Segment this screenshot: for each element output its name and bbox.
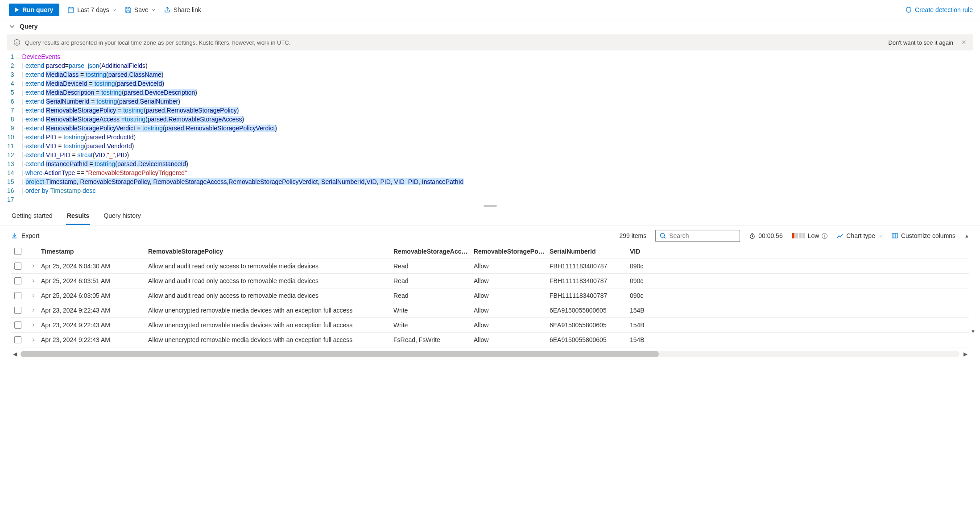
svg-rect-0 [68, 8, 74, 13]
cell-policy: Allow unencrypted removable media device… [148, 321, 393, 329]
table-row[interactable]: Apr 23, 2024 9:22:43 AM Allow unencrypte… [11, 318, 969, 333]
cell-policy: Allow and audit read only access to remo… [148, 263, 393, 270]
query-editor[interactable]: 1234567891011121314151617 DeviceEvents|·… [0, 50, 980, 204]
cell-serial: 6EA9150055800605 [550, 336, 630, 343]
customize-columns-button[interactable]: Customize columns [891, 232, 955, 239]
col-timestamp[interactable]: Timestamp [41, 248, 148, 255]
result-count: 299 items [619, 232, 646, 239]
cell-vid: 154B [630, 321, 674, 329]
code-area[interactable]: DeviceEvents|·extend·parsed=parse_json(A… [22, 52, 464, 204]
row-checkbox[interactable] [14, 292, 21, 299]
expand-row-icon[interactable] [26, 338, 41, 342]
export-button[interactable]: Export [11, 232, 39, 239]
scroll-track[interactable] [21, 351, 959, 357]
cell-access: FsRead, FsWrite [393, 336, 474, 343]
cell-timestamp: Apr 23, 2024 9:22:43 AM [41, 321, 148, 329]
info-text: Query results are presented in your loca… [25, 39, 290, 46]
line-gutter: 1234567891011121314151617 [7, 52, 22, 204]
col-access[interactable]: RemovableStorageAccess [393, 248, 474, 255]
table-row[interactable]: Apr 23, 2024 9:22:43 AM Allow unencrypte… [11, 333, 969, 347]
cell-timestamp: Apr 23, 2024 9:22:43 AM [41, 307, 148, 314]
scroll-down-icon[interactable]: ▼ [971, 329, 976, 334]
cell-policy: Allow and audit read only access to remo… [148, 292, 393, 299]
table-row[interactable]: Apr 25, 2024 6:04:30 AM Allow and audit … [11, 259, 969, 274]
row-checkbox[interactable] [14, 277, 21, 284]
cell-verdict: Allow [474, 292, 550, 299]
scroll-left-icon[interactable]: ◀ [11, 351, 19, 357]
cell-verdict: Allow [474, 307, 550, 314]
download-icon [11, 232, 18, 239]
dismiss-info-link[interactable]: Don't want to see it again [888, 39, 953, 46]
expand-row-icon[interactable] [26, 293, 41, 298]
results-table: Timestamp RemovableStoragePolicy Removab… [0, 244, 980, 347]
col-policy[interactable]: RemovableStoragePolicy [148, 248, 393, 255]
timer-icon [749, 233, 756, 239]
expand-row-icon[interactable] [26, 279, 41, 283]
cell-verdict: Allow [474, 277, 550, 284]
splitter[interactable] [0, 204, 980, 208]
cell-vid: 154B [630, 336, 674, 343]
export-label: Export [21, 232, 39, 239]
col-serial[interactable]: SerialNumberId [550, 248, 630, 255]
time-range-picker[interactable]: Last 7 days [67, 6, 116, 13]
query-duration: 00:00.56 [749, 232, 783, 239]
share-link-button[interactable]: Share link [164, 6, 201, 13]
shield-icon [905, 6, 912, 13]
row-checkbox[interactable] [14, 336, 21, 343]
query-section-title: Query [20, 23, 37, 30]
table-row[interactable]: Apr 25, 2024 6:03:05 AM Allow and audit … [11, 288, 969, 303]
query-perf: Low i [792, 232, 828, 239]
select-all-checkbox[interactable] [14, 248, 21, 255]
scroll-up-icon[interactable]: ▲ [964, 233, 969, 238]
cell-timestamp: Apr 25, 2024 6:04:30 AM [41, 263, 148, 270]
chevron-down-icon [112, 8, 116, 12]
results-tabs: Getting started Results Query history [0, 208, 980, 225]
toolbar: Run query Last 7 days Save Share link Cr… [0, 0, 980, 20]
cell-timestamp: Apr 23, 2024 9:22:43 AM [41, 336, 148, 343]
share-icon [164, 6, 171, 13]
search-input[interactable] [669, 232, 736, 239]
expand-row-icon[interactable] [26, 308, 41, 313]
close-icon[interactable] [961, 40, 967, 45]
info-icon [13, 39, 21, 46]
chevron-down-icon[interactable] [9, 23, 15, 29]
run-query-label: Run query [22, 6, 53, 13]
create-rule-label: Create detection rule [915, 6, 973, 13]
cell-serial: 6EA9150055800605 [550, 307, 630, 314]
row-checkbox[interactable] [14, 263, 21, 270]
chart-type-picker[interactable]: Chart type [836, 232, 882, 239]
play-icon [13, 7, 20, 13]
share-label: Share link [174, 6, 201, 13]
search-icon [659, 232, 666, 239]
col-vid[interactable]: VID [630, 248, 674, 255]
scroll-thumb[interactable] [21, 351, 659, 357]
expand-row-icon[interactable] [26, 264, 41, 268]
cell-vid: 090c [630, 277, 674, 284]
table-header: Timestamp RemovableStoragePolicy Removab… [11, 244, 969, 259]
tab-getting-started[interactable]: Getting started [11, 208, 54, 225]
run-query-button[interactable]: Run query [9, 4, 59, 16]
row-checkbox[interactable] [14, 307, 21, 314]
scroll-right-icon[interactable]: ▶ [961, 351, 969, 357]
info-icon[interactable]: i [822, 233, 827, 239]
chart-type-label: Chart type [846, 232, 875, 239]
cell-vid: 090c [630, 263, 674, 270]
row-checkbox[interactable] [14, 321, 21, 329]
search-box[interactable] [655, 230, 740, 242]
cell-timestamp: Apr 25, 2024 6:03:51 AM [41, 277, 148, 284]
save-button[interactable]: Save [124, 6, 156, 13]
grip-icon [484, 205, 497, 207]
cell-vid: 154B [630, 307, 674, 314]
duration-value: 00:00.56 [758, 232, 783, 239]
tab-results[interactable]: Results [66, 208, 91, 225]
chevron-down-icon [878, 234, 882, 238]
table-row[interactable]: Apr 23, 2024 9:22:43 AM Allow unencrypte… [11, 303, 969, 318]
tab-query-history[interactable]: Query history [103, 208, 141, 225]
create-detection-rule-button[interactable]: Create detection rule [905, 6, 973, 13]
horizontal-scrollbar[interactable]: ◀ ▶ [11, 350, 969, 358]
expand-row-icon[interactable] [26, 323, 41, 327]
cell-serial: FBH1111183400787 [550, 277, 630, 284]
cell-verdict: Allow [474, 336, 550, 343]
table-row[interactable]: Apr 25, 2024 6:03:51 AM Allow and audit … [11, 274, 969, 288]
col-verdict[interactable]: RemovableStoragePolicyVer... [474, 248, 550, 255]
